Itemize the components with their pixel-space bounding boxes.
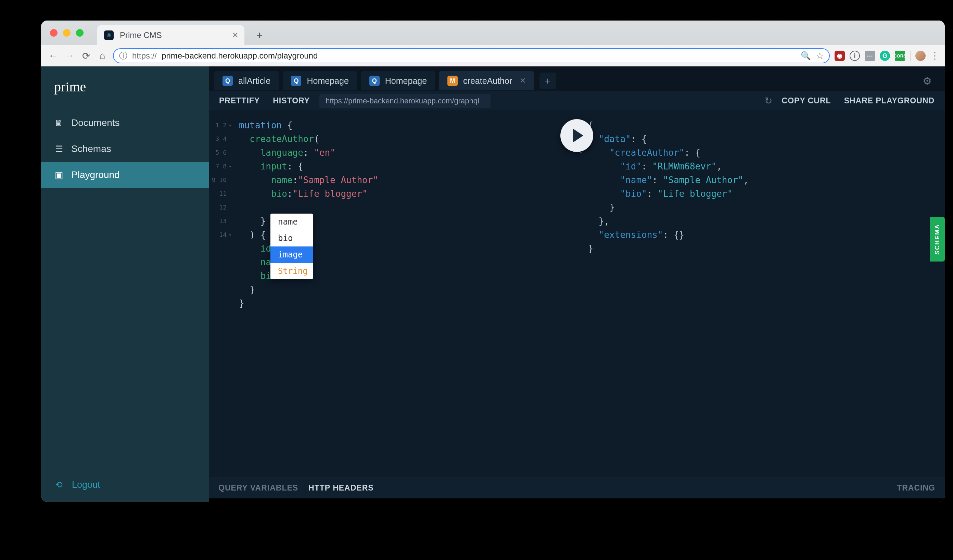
share-playground-button[interactable]: SHARE PLAYGROUND [841,94,938,107]
add-tab-button[interactable]: ＋ [540,73,556,89]
logout-icon: ⟲ [54,479,64,490]
extension-grammarly-icon[interactable]: G [880,51,890,61]
app-body: prime 🗎 Documents ☰ Schemas ▣ Playground… [41,67,945,502]
sidebar-item-label: Schemas [71,143,111,154]
prettify-button[interactable]: PRETTIFY [216,94,263,107]
query-badge-icon: Q [291,76,301,86]
sidebar-item-label: Playground [71,169,120,180]
playground-toolbar: PRETTIFY HISTORY https://prime-backend.h… [209,91,945,111]
playground-tab-active[interactable]: M createAuthor ✕ [439,71,534,90]
window-controls [50,20,97,45]
zoom-icon[interactable]: 🔍 [801,51,811,60]
sidebar-item-documents[interactable]: 🗎 Documents [41,110,209,136]
sidebar-item-schemas[interactable]: ☰ Schemas [41,136,209,162]
schema-drawer-handle[interactable]: SCHEMA [930,217,945,262]
history-button[interactable]: HISTORY [269,94,313,107]
autocomplete-popup: name bio image String [270,214,313,279]
reload-schema-icon[interactable]: ↻ [764,95,772,107]
fold-gutter: ▾ ▾ ▾ [229,118,235,310]
logout-button[interactable]: ⟲ Logout [41,470,209,502]
favicon-icon: ⚛ [104,31,114,40]
query-editor[interactable]: mutation { createAuthor( language: "en" … [236,111,577,310]
tab-close-icon[interactable]: ✕ [232,31,238,40]
browser-menu-icon[interactable]: ⋮ [930,51,939,61]
maximize-window-icon[interactable] [76,29,84,37]
playground-icon: ▣ [54,170,64,180]
reload-icon[interactable]: ⟳ [80,50,92,62]
brand-logo: prime [41,67,209,110]
extension-ublock-icon[interactable]: ◉ [835,51,845,61]
close-tab-icon[interactable]: ✕ [520,76,526,85]
playground-main: 1 2 3 4 5 6 7 8 9 10 11 12 13 14 ▾ ▾ ▾ m… [209,111,945,477]
playground-tab-label: Homepage [307,76,348,86]
autocomplete-item-type[interactable]: String [270,263,313,279]
schema-handle-label: SCHEMA [934,224,941,255]
autocomplete-item[interactable]: bio [270,230,313,247]
browser-window: ⚛ Prime CMS ✕ ＋ ← → ⟳ ⌂ ⓘ https://prime-… [41,20,945,502]
line-gutter: 1 2 3 4 5 6 7 8 9 10 11 12 13 14 [209,118,228,242]
playground: Q allArticle Q Homepage Q Homepage M cre… [209,67,945,502]
minimize-window-icon[interactable] [63,29,70,37]
address-bar[interactable]: ⓘ https://prime-backend.herokuapp.com/pl… [113,48,830,63]
copy-curl-button[interactable]: COPY CURL [778,94,835,107]
result-pane: ▾ ▾ { "data": { "createAuthor": { "id": … [577,111,945,477]
playground-tab[interactable]: Q Homepage [361,71,435,90]
playground-tab-label: allArticle [238,76,270,86]
result-name: Sample Author [668,175,738,185]
browser-tabstrip: ⚛ Prime CMS ✕ ＋ [41,20,945,45]
sidebar-item-label: Documents [71,118,120,128]
sidebar-item-playground[interactable]: ▣ Playground [41,162,209,188]
back-icon[interactable]: ← [47,50,59,61]
playground-tab-label: createAuthor [463,76,512,86]
query-editor-pane: 1 2 3 4 5 6 7 8 9 10 11 12 13 14 ▾ ▾ ▾ m… [209,111,577,477]
query-variables-tab[interactable]: QUERY VARIABLES [219,483,298,493]
result-id: RLMWm68evr [658,161,711,172]
autocomplete-item[interactable]: name [270,214,313,230]
playground-footer: QUERY VARIABLES HTTP HEADERS TRACING [209,477,945,498]
bottom-border [209,498,945,502]
http-headers-tab[interactable]: HTTP HEADERS [309,483,374,493]
url-scheme: https:// [132,51,157,60]
schema-icon: ☰ [54,144,64,154]
playground-tab-label: Homepage [385,76,427,86]
site-info-icon[interactable]: ⓘ [119,50,127,61]
forward-icon[interactable]: → [64,50,75,61]
playground-tab[interactable]: Q allArticle [214,71,279,90]
extension-cors-icon[interactable]: CORS [895,51,905,61]
result-viewer[interactable]: { "data": { "createAuthor": { "id": "RLM… [577,111,945,255]
play-icon [573,129,583,143]
url-path: prime-backend.herokuapp.com/playground [161,51,318,60]
result-bio: Life blogger [663,189,727,199]
profile-avatar[interactable] [915,51,926,61]
logout-label: Logout [72,479,100,490]
close-window-icon[interactable] [50,29,57,37]
mutation-badge-icon: M [447,76,458,86]
extension-chat-icon[interactable]: ⋯ [865,51,875,61]
endpoint-input[interactable]: https://prime-backend.herokuapp.com/grap… [320,94,490,108]
browser-tab[interactable]: ⚛ Prime CMS ✕ [97,25,244,45]
document-icon: 🗎 [54,118,64,128]
query-badge-icon: Q [369,76,380,86]
endpoint-value: https://prime-backend.herokuapp.com/grap… [326,96,479,105]
bookmark-icon[interactable]: ☆ [816,51,824,61]
browser-toolbar: ← → ⟳ ⌂ ⓘ https://prime-backend.herokuap… [41,45,945,67]
autocomplete-item-selected[interactable]: image [270,247,313,263]
playground-tab[interactable]: Q Homepage [283,71,357,90]
run-button[interactable] [560,119,593,152]
new-tab-button[interactable]: ＋ [253,28,266,42]
playground-tabs: Q allArticle Q Homepage Q Homepage M cre… [209,67,945,91]
settings-icon[interactable]: ⚙ [915,75,939,87]
tracing-tab[interactable]: TRACING [897,483,935,493]
home-icon[interactable]: ⌂ [96,50,108,61]
sidebar: prime 🗎 Documents ☰ Schemas ▣ Playground… [41,67,209,502]
browser-tab-title: Prime CMS [120,31,226,40]
extension-info-icon[interactable]: i [850,51,860,61]
query-badge-icon: Q [222,76,233,86]
